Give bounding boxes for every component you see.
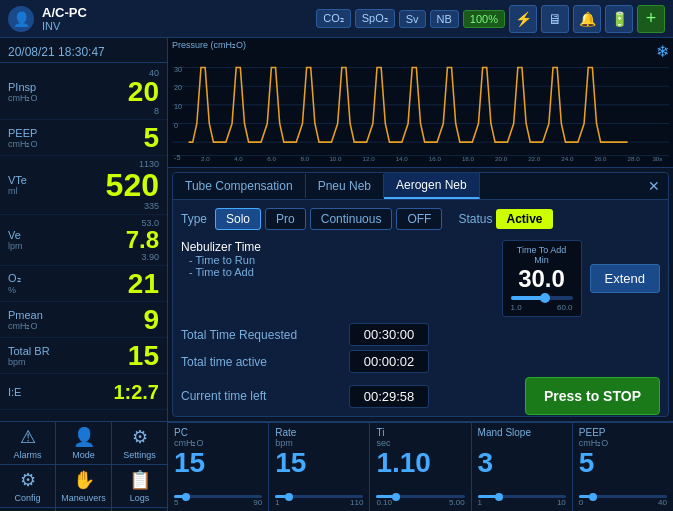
o2-value: 21 <box>128 270 159 298</box>
logs-label: Logs <box>130 493 150 503</box>
ve-value: 7.8 <box>126 228 159 252</box>
vte-value: 520 <box>106 169 159 201</box>
neb-left-labels: Nebulizer Time - Time to Run - Time to A… <box>181 240 490 317</box>
svg-text:20.0: 20.0 <box>495 155 508 162</box>
mand-slope-range: 110 <box>478 498 566 507</box>
tab-aerogen-neb[interactable]: Aerogen Neb <box>384 173 480 199</box>
logs-button[interactable]: 📋 Logs <box>112 465 167 507</box>
ve-label-block: Ve lpm <box>8 229 23 251</box>
time-slider-fill <box>511 296 542 300</box>
pinsp-value-block: 40 20 8 <box>128 68 159 116</box>
time-add-value: 30.0 <box>511 265 573 293</box>
totalbr-value: 15 <box>128 342 159 370</box>
battery-icon-btn[interactable]: 🔋 <box>605 5 633 33</box>
avatar: 👤 <box>8 6 34 32</box>
mand-slope-name: Mand Slope <box>478 427 566 438</box>
ve-low: 3.90 <box>141 252 159 262</box>
maneuvers-button[interactable]: ✋ Maneuvers <box>56 465 112 507</box>
extend-button[interactable]: Extend <box>590 264 660 293</box>
vte-low: 335 <box>144 201 159 211</box>
param-rate[interactable]: Rate bpm 15 1110 <box>269 423 370 511</box>
settings-button[interactable]: ⚙ Settings <box>112 422 167 464</box>
slider-min: 1.0 <box>511 303 522 312</box>
peep2-slider-thumb <box>589 493 597 501</box>
sub-tab-pro[interactable]: Pro <box>265 208 306 230</box>
pinsp-label-block: PInsp cmH₂O <box>8 81 38 103</box>
param-ti[interactable]: Ti sec 1.10 0.105.00 <box>370 423 471 511</box>
svg-text:22.0: 22.0 <box>528 155 541 162</box>
current-time-left-row: Current time left 00:29:58 Press to STOP <box>181 377 660 415</box>
svg-text:10.0: 10.0 <box>329 155 342 162</box>
tab-pneu-neb[interactable]: Pneu Neb <box>306 174 384 198</box>
screen-icon-btn[interactable]: 🖥 <box>541 5 569 33</box>
svg-text:30: 30 <box>174 65 182 74</box>
mand-slope-value: 3 <box>478 448 566 479</box>
vital-o2: O₂ % 21 <box>0 266 167 302</box>
close-panel-btn[interactable]: ✕ <box>640 174 668 198</box>
settings-icon: ⚙ <box>132 426 148 448</box>
total-time-requested-row: Total Time Requested 00:30:00 <box>181 323 660 346</box>
peep2-name: PEEP <box>579 427 667 438</box>
plug-icon-btn[interactable]: ⚡ <box>509 5 537 33</box>
param-peep[interactable]: PEEP cmH₂O 5 040 <box>573 423 673 511</box>
bell-icon-btn[interactable]: 🔔 <box>573 5 601 33</box>
vte-value-block: 1130 520 335 <box>106 159 159 211</box>
add-icon-btn[interactable]: + <box>637 5 665 33</box>
main-tab-bar: Tube Compensation Pneu Neb Aerogen Neb ✕ <box>173 173 668 200</box>
svg-text:-5: -5 <box>174 153 180 162</box>
sub-tab-continuous[interactable]: Continuous <box>310 208 393 230</box>
pressure-chart: Pressure (cmH₂O) ❄ 30 20 10 0 -5 2.0 4.0 <box>168 38 673 168</box>
press-stop-button[interactable]: Press to STOP <box>525 377 660 415</box>
svg-text:8.0: 8.0 <box>300 155 309 162</box>
peep-label: PEEP <box>8 127 38 139</box>
config-button[interactable]: ⚙ Config <box>0 465 56 507</box>
vitals-sidebar: 20/08/21 18:30:47 PInsp cmH₂O 40 20 8 PE… <box>0 38 168 421</box>
nb-badge[interactable]: NB <box>430 10 459 28</box>
sub-tab-solo[interactable]: Solo <box>215 208 261 230</box>
freeze-icon[interactable]: ❄ <box>656 42 669 61</box>
sub-tab-off[interactable]: OFF <box>396 208 442 230</box>
alarms-button[interactable]: ⚠ Alarms <box>0 422 56 464</box>
percent-badge: 100% <box>463 10 505 28</box>
total-time-value: 00:30:00 <box>349 323 429 346</box>
peep2-slider[interactable] <box>579 495 667 498</box>
header-title-block: A/C-PC INV <box>42 5 87 32</box>
pmean-label-block: Pmean cmH₂O <box>8 309 43 331</box>
svg-text:24.0: 24.0 <box>561 155 574 162</box>
pc-slider-thumb <box>182 493 190 501</box>
vte-label: VTe <box>8 174 27 186</box>
pmean-unit: cmH₂O <box>8 321 43 331</box>
bottom-row-2: ⚙ Config ✋ Maneuvers 📋 Logs <box>0 465 167 508</box>
time-add-unit-label: Min <box>511 255 573 265</box>
mode-button[interactable]: 👤 Mode <box>56 422 112 464</box>
time-to-add-control[interactable]: Time To Add Min 30.0 1.0 60.0 <box>502 240 582 317</box>
mand-slope-thumb <box>495 493 503 501</box>
mand-slope-fill <box>478 495 497 498</box>
status-active-badge: Active <box>496 209 552 229</box>
spo2-badge[interactable]: SpO₂ <box>355 9 395 28</box>
pc-slider[interactable] <box>174 495 262 498</box>
param-pc[interactable]: PC cmH₂O 15 590 <box>168 423 269 511</box>
co2-badge[interactable]: CO₂ <box>316 9 351 28</box>
ti-name: Ti <box>376 427 464 438</box>
tab-tube-compensation[interactable]: Tube Compensation <box>173 174 306 198</box>
rate-slider[interactable] <box>275 495 363 498</box>
alarms-label: Alarms <box>13 450 41 460</box>
settings-label: Settings <box>123 450 156 460</box>
sv-badge[interactable]: Sv <box>399 10 426 28</box>
current-left-value: 00:29:58 <box>349 385 429 408</box>
svg-text:4.0: 4.0 <box>234 155 243 162</box>
param-mand-slope[interactable]: Mand Slope 3 110 <box>472 423 573 511</box>
ti-slider[interactable] <box>376 495 464 498</box>
svg-text:14.0: 14.0 <box>396 155 409 162</box>
time-add-slider[interactable] <box>511 296 573 300</box>
rate-value: 15 <box>275 448 363 479</box>
logs-icon: 📋 <box>129 469 151 491</box>
peep-label-block: PEEP cmH₂O <box>8 127 38 149</box>
mand-slope-slider[interactable] <box>478 495 566 498</box>
neb-panel: Tube Compensation Pneu Neb Aerogen Neb ✕… <box>172 172 669 417</box>
ve-label: Ve <box>8 229 23 241</box>
o2-unit: % <box>8 285 21 295</box>
neb-right-controls: Time To Add Min 30.0 1.0 60.0 <box>502 240 660 317</box>
config-icon: ⚙ <box>20 469 36 491</box>
